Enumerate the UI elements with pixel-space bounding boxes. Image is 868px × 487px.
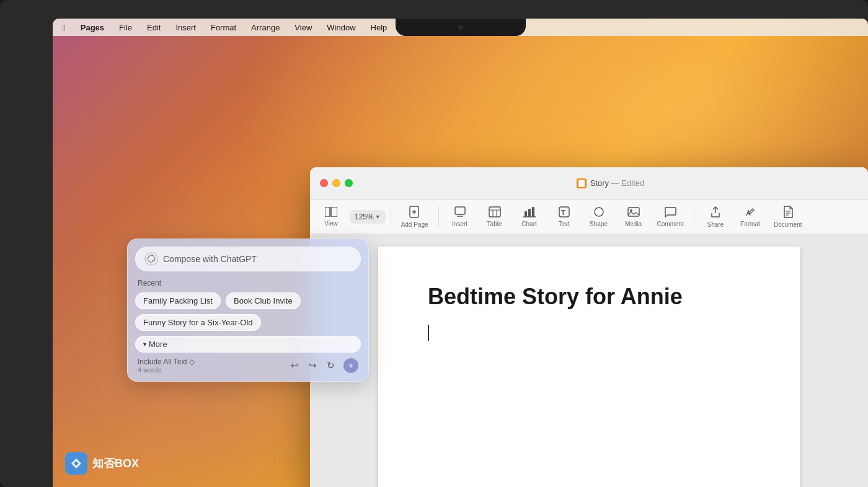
- zoom-value: 125%: [355, 213, 374, 221]
- toolbar-divider-2: [438, 206, 439, 228]
- redo-button[interactable]: ↪: [308, 359, 318, 372]
- document-page: Bedtime Story for Annie: [378, 247, 800, 487]
- toolbar-text[interactable]: T Text: [548, 204, 580, 230]
- window-menu[interactable]: Window: [324, 22, 358, 33]
- svg-rect-7: [489, 207, 500, 217]
- arrange-menu[interactable]: Arrange: [249, 22, 282, 33]
- chatgpt-panel: Recent Family Packing List Book Club Inv…: [127, 239, 369, 382]
- view-label: View: [324, 220, 338, 227]
- chart-icon: [523, 206, 536, 219]
- svg-text:T: T: [561, 209, 565, 216]
- view-icon: [325, 207, 337, 219]
- text-cursor: [428, 325, 429, 341]
- document-icon: [783, 206, 793, 220]
- traffic-lights: [320, 179, 353, 187]
- help-menu[interactable]: Help: [368, 22, 390, 33]
- panel-actions: ↩ ↪ ↻ +: [290, 358, 358, 373]
- shape-icon: [593, 206, 604, 219]
- camera-notch: [396, 19, 526, 36]
- pages-titlebar: Story — Edited: [310, 167, 868, 200]
- svg-rect-11: [525, 211, 527, 217]
- panel-footer: Include All Text ◇ 4 words ↩ ↪ ↻ +: [135, 358, 361, 374]
- format-label: Format: [740, 221, 760, 227]
- svg-rect-1: [331, 207, 337, 217]
- document-label: Document: [774, 221, 802, 228]
- toolbar-shape[interactable]: Shape: [583, 204, 615, 230]
- minimize-button[interactable]: [332, 179, 340, 187]
- toolbar-divider-3: [694, 206, 694, 228]
- comment-label: Comment: [657, 221, 684, 227]
- file-menu[interactable]: File: [117, 22, 135, 33]
- add-page-label: Add Page: [401, 221, 428, 228]
- watermark-text: 知否BOX: [92, 456, 139, 471]
- toolbar-document[interactable]: Document: [769, 203, 807, 230]
- chart-label: Chart: [521, 221, 536, 227]
- toolbar-view[interactable]: View: [315, 204, 347, 229]
- media-icon: [627, 206, 640, 219]
- chatgpt-compose-input[interactable]: [163, 254, 352, 264]
- macbook-frame:  Pages File Edit Insert Format Arrange …: [0, 0, 868, 487]
- text-label: Text: [558, 221, 569, 227]
- format-icon: [745, 206, 756, 219]
- maximize-button[interactable]: [345, 179, 353, 187]
- zoom-control[interactable]: 125% ▼: [350, 210, 386, 224]
- svg-rect-13: [532, 207, 534, 217]
- include-all-text[interactable]: Include All Text ◇: [138, 358, 195, 366]
- watermark-logo: [65, 452, 87, 475]
- pages-document[interactable]: Bedtime Story for Annie: [310, 234, 868, 487]
- recent-section-label: Recent: [135, 279, 361, 287]
- toolbar-add-page[interactable]: Add Page: [396, 203, 433, 230]
- toolbar-format[interactable]: Format: [734, 204, 766, 230]
- shape-label: Shape: [590, 221, 608, 227]
- recent-chip-funny-story[interactable]: Funny Story for a Six-Year-Old: [135, 314, 261, 331]
- more-chevron-icon: ▾: [143, 341, 146, 348]
- apple-menu[interactable]: : [60, 22, 68, 33]
- toolbar-table[interactable]: Table: [479, 204, 511, 230]
- insert-menu[interactable]: Insert: [173, 22, 198, 33]
- camera-dot: [458, 25, 463, 30]
- pages-menu[interactable]: Pages: [78, 22, 107, 33]
- chatgpt-logo-icon: [144, 252, 158, 266]
- recent-chip-family-packing[interactable]: Family Packing List: [135, 292, 221, 309]
- table-label: Table: [487, 221, 502, 227]
- share-icon: [710, 206, 721, 220]
- format-menu[interactable]: Format: [208, 22, 239, 33]
- zoom-chevron: ▼: [375, 214, 381, 220]
- chatgpt-input-wrapper[interactable]: [135, 247, 361, 271]
- add-page-icon: [409, 206, 420, 220]
- share-label: Share: [707, 221, 724, 228]
- svg-rect-5: [455, 207, 465, 214]
- window-title: Story — Edited: [577, 178, 644, 188]
- table-icon: [489, 206, 501, 219]
- include-text-wrapper: Include All Text ◇ 4 words: [138, 358, 195, 374]
- edit-menu[interactable]: Edit: [144, 22, 163, 33]
- svg-rect-12: [528, 209, 531, 217]
- toolbar-media[interactable]: Media: [618, 204, 650, 230]
- document-title: Bedtime Story for Annie: [428, 284, 750, 310]
- submit-button[interactable]: +: [343, 358, 358, 373]
- more-button[interactable]: ▾ More: [135, 336, 361, 353]
- toolbar-insert[interactable]: Insert: [444, 204, 476, 230]
- toolbar-comment[interactable]: Comment: [652, 204, 689, 230]
- word-count: 4 words: [138, 366, 195, 374]
- insert-label: Insert: [452, 221, 467, 227]
- refresh-button[interactable]: ↻: [326, 359, 336, 372]
- watermark-logo-icon: [69, 456, 84, 471]
- svg-rect-18: [628, 208, 639, 216]
- undo-button[interactable]: ↩: [290, 359, 300, 372]
- toolbar-chart[interactable]: Chart: [513, 204, 546, 230]
- svg-point-24: [145, 253, 157, 265]
- screen:  Pages File Edit Insert Format Arrange …: [53, 19, 868, 487]
- insert-icon: [454, 206, 466, 219]
- text-icon: T: [559, 206, 570, 219]
- media-label: Media: [625, 221, 642, 227]
- recent-items: Family Packing List Book Club Invite Fun…: [135, 292, 361, 331]
- recent-chip-book-club[interactable]: Book Club Invite: [226, 292, 301, 309]
- pages-window: Story — Edited View: [310, 167, 868, 487]
- toolbar-share[interactable]: Share: [699, 203, 732, 230]
- pages-toolbar: View 125% ▼: [310, 200, 868, 234]
- watermark: 知否BOX: [65, 452, 139, 475]
- view-menu[interactable]: View: [292, 22, 314, 33]
- svg-point-17: [595, 208, 603, 216]
- close-button[interactable]: [320, 179, 328, 187]
